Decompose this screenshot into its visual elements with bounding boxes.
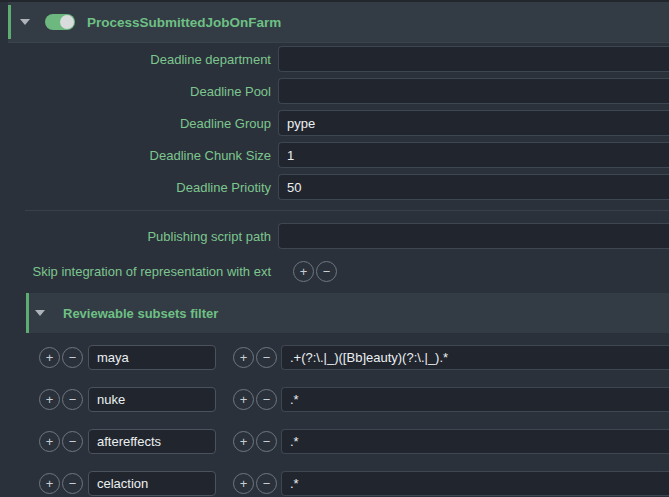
remove-item-button[interactable]: − xyxy=(256,347,277,368)
remove-item-button[interactable]: − xyxy=(256,389,277,410)
filter-row-aftereffects: + − + − xyxy=(0,429,669,454)
filter-row-nuke: + − + − xyxy=(0,387,669,412)
add-item-button[interactable]: + xyxy=(39,389,60,410)
remove-item-button[interactable]: − xyxy=(62,473,83,494)
filter-key-input[interactable] xyxy=(88,387,216,412)
remove-item-button[interactable]: − xyxy=(256,431,277,452)
field-row-deadline-group: Deadline Group xyxy=(0,110,669,136)
remove-item-button[interactable]: − xyxy=(62,347,83,368)
chevron-down-icon[interactable] xyxy=(20,19,30,25)
field-label: Deadline Group xyxy=(0,116,278,131)
accent-bar xyxy=(26,293,29,333)
list-button-pair: + − xyxy=(293,261,337,282)
value-button-pair: + − xyxy=(233,347,277,368)
filter-value-input[interactable] xyxy=(281,345,669,370)
field-label: Deadline department xyxy=(0,52,278,67)
add-item-button[interactable]: + xyxy=(233,347,254,368)
deadline-group-input[interactable] xyxy=(278,110,669,136)
field-row-deadline-priority: Deadline Priotity xyxy=(0,174,669,200)
filter-key-input[interactable] xyxy=(88,471,216,496)
settings-form: Deadline department Deadline Pool Deadli… xyxy=(0,46,669,285)
key-button-pair: + − xyxy=(39,389,83,410)
section-title: Reviewable subsets filter xyxy=(63,306,218,321)
filter-value-input[interactable] xyxy=(281,471,669,496)
key-button-pair: + − xyxy=(39,473,83,494)
value-button-pair: + − xyxy=(233,389,277,410)
chevron-down-icon[interactable] xyxy=(35,310,45,316)
remove-item-button[interactable]: − xyxy=(62,389,83,410)
add-item-button[interactable]: + xyxy=(233,389,254,410)
field-label: Skip integration of representation with … xyxy=(0,264,278,279)
plugin-title: ProcessSubmittedJobOnFarm xyxy=(87,15,281,30)
field-label: Deadline Pool xyxy=(0,84,278,99)
deadline-chunk-size-input[interactable] xyxy=(278,142,669,168)
add-item-button[interactable]: + xyxy=(233,473,254,494)
filter-key-input[interactable] xyxy=(88,345,216,370)
filter-key-input[interactable] xyxy=(88,429,216,454)
remove-item-button[interactable]: − xyxy=(256,473,277,494)
value-button-pair: + − xyxy=(233,473,277,494)
plugin-header: ProcessSubmittedJobOnFarm xyxy=(8,2,669,43)
add-item-button[interactable]: + xyxy=(39,431,60,452)
filter-row-celaction: + − + − xyxy=(0,471,669,496)
accent-bar xyxy=(8,5,11,39)
reviewable-subsets-filter-header: Reviewable subsets filter xyxy=(26,293,669,333)
filter-row-maya: + − + − xyxy=(0,345,669,370)
key-button-pair: + − xyxy=(39,347,83,368)
field-row-skip-integration: Skip integration of representation with … xyxy=(0,257,669,285)
add-item-button[interactable]: + xyxy=(293,261,314,282)
filter-value-input[interactable] xyxy=(281,387,669,412)
section-divider xyxy=(25,210,669,211)
remove-item-button[interactable]: − xyxy=(316,261,337,282)
field-label: Deadline Priotity xyxy=(0,180,278,195)
field-row-deadline-department: Deadline department xyxy=(0,46,669,72)
field-row-deadline-pool: Deadline Pool xyxy=(0,78,669,104)
toggle-knob-icon xyxy=(60,15,74,29)
filter-rows: + − + − + − + − + − + − xyxy=(0,345,669,496)
key-button-pair: + − xyxy=(39,431,83,452)
field-row-publishing-script-path: Publishing script path xyxy=(0,223,669,249)
deadline-priority-input[interactable] xyxy=(278,174,669,200)
deadline-department-input[interactable] xyxy=(278,46,669,72)
deadline-pool-input[interactable] xyxy=(278,78,669,104)
enabled-toggle[interactable] xyxy=(45,14,75,30)
field-label: Deadline Chunk Size xyxy=(0,148,278,163)
value-button-pair: + − xyxy=(233,431,277,452)
publishing-script-path-input[interactable] xyxy=(278,223,669,249)
field-row-deadline-chunk-size: Deadline Chunk Size xyxy=(0,142,669,168)
add-item-button[interactable]: + xyxy=(39,473,60,494)
add-item-button[interactable]: + xyxy=(233,431,254,452)
remove-item-button[interactable]: − xyxy=(62,431,83,452)
add-item-button[interactable]: + xyxy=(39,347,60,368)
filter-value-input[interactable] xyxy=(281,429,669,454)
field-label: Publishing script path xyxy=(0,229,278,244)
